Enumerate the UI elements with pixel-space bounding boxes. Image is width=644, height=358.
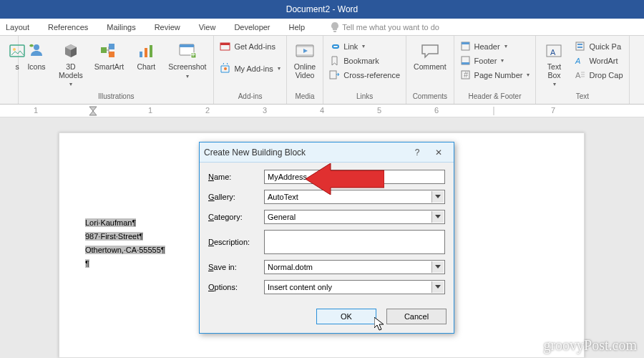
svg-text:1: 1 — [148, 106, 152, 115]
svg-rect-17 — [296, 45, 313, 47]
group-illustrations: Illustrations — [23, 91, 209, 101]
svg-text:A: A — [575, 57, 580, 65]
group-addins: Add-ins — [218, 91, 281, 101]
tab-review[interactable]: Review — [155, 23, 180, 32]
svg-text:6: 6 — [434, 106, 439, 115]
svg-point-15 — [224, 67, 227, 70]
svg-text:A: A — [550, 48, 556, 57]
svg-rect-6 — [140, 52, 142, 57]
gallery-label: Gallery: — [208, 193, 264, 201]
svg-text:7: 7 — [551, 106, 555, 115]
svg-text:4: 4 — [320, 106, 324, 115]
ribbon: s Icons 3D Models▾ SmartArt Chart +Scree… — [0, 36, 644, 105]
drop-cap-button[interactable]: ADrop Cap — [573, 69, 624, 81]
savein-label: Save in: — [208, 263, 264, 271]
icons-button[interactable]: Icons — [23, 39, 50, 73]
chart-button[interactable]: Chart — [132, 39, 160, 73]
dialog-title: Create New Building Block — [204, 147, 406, 158]
title-bar: Document2 - Word — [0, 0, 644, 19]
group-header-footer: Header & Footer — [459, 91, 532, 101]
screenshot-button[interactable]: +Screenshot▾ — [165, 39, 209, 81]
dialog-titlebar[interactable]: Create New Building Block ? ✕ — [200, 142, 454, 163]
svg-rect-3 — [101, 47, 107, 53]
get-addins-button[interactable]: Get Add-ins — [218, 40, 281, 52]
svg-rect-7 — [145, 48, 147, 57]
svg-rect-21 — [462, 42, 469, 44]
tab-references[interactable]: References — [48, 23, 88, 32]
tell-me[interactable]: Tell me what you want to do — [331, 22, 458, 32]
svg-rect-28 — [576, 42, 584, 50]
my-addins-button[interactable]: My Add-ins▾ — [218, 62, 281, 74]
cross-reference-button[interactable]: Cross-reference — [328, 69, 401, 81]
svg-rect-19 — [330, 71, 336, 79]
description-label: Description: — [208, 238, 264, 246]
page-number-button[interactable]: #Page Number▾ — [459, 69, 532, 81]
svg-rect-10 — [180, 44, 194, 47]
ruler: 112 345 67 — [0, 105, 644, 117]
tab-layout[interactable]: Layout — [6, 23, 29, 32]
comment-button[interactable]: Comment — [411, 39, 449, 73]
text-box-button[interactable]: AText Box▾ — [540, 39, 567, 89]
menu-bar: Layout References Mailings Review View D… — [0, 19, 644, 36]
svg-text:3: 3 — [263, 106, 267, 115]
quick-parts-button[interactable]: Quick Pa — [573, 40, 624, 52]
name-label: Name: — [208, 173, 264, 181]
ok-button[interactable]: OK — [316, 309, 376, 324]
svg-rect-29 — [577, 44, 582, 45]
wordart-button[interactable]: AWordArt — [573, 54, 624, 67]
3d-models-button[interactable]: 3D Models▾ — [56, 39, 86, 89]
svg-rect-4 — [109, 44, 114, 49]
description-input[interactable] — [264, 230, 445, 254]
svg-point-2 — [34, 44, 39, 50]
watermark: groovyPost.com — [543, 337, 637, 354]
group-text: Text — [540, 91, 624, 101]
svg-text:A: A — [575, 71, 581, 79]
online-video-button[interactable]: Online Video — [291, 39, 318, 81]
tab-mailings[interactable]: Mailings — [107, 23, 135, 32]
options-label: Options: — [208, 283, 264, 291]
close-button[interactable]: ✕ — [428, 147, 449, 158]
cancel-button[interactable]: Cancel — [386, 309, 447, 324]
cursor-icon — [374, 317, 386, 332]
svg-text:1: 1 — [34, 106, 38, 115]
savein-select[interactable]: Normal.dotm — [264, 260, 445, 274]
group-comments: Comments — [411, 91, 449, 101]
svg-text:5: 5 — [377, 106, 381, 115]
category-label: Category: — [208, 213, 264, 221]
help-button[interactable]: ? — [406, 147, 428, 158]
options-select[interactable]: Insert content only — [264, 280, 445, 294]
svg-rect-23 — [462, 62, 469, 64]
category-select[interactable]: General — [264, 210, 445, 224]
bulb-icon — [331, 22, 339, 32]
svg-text:#: # — [464, 70, 469, 79]
tab-help[interactable]: Help — [289, 23, 306, 32]
svg-point-1 — [13, 48, 16, 51]
selected-text[interactable]: Lori·Kaufman¶ 987·First·Street¶ Othertow… — [85, 216, 165, 270]
link-button[interactable]: Link▾ — [328, 40, 401, 52]
svg-rect-18 — [296, 54, 313, 57]
tab-view[interactable]: View — [199, 23, 216, 32]
annotation-arrow — [306, 163, 384, 195]
footer-button[interactable]: Footer▾ — [459, 54, 532, 67]
group-media: Media — [291, 91, 318, 101]
smartart-button[interactable]: SmartArt — [92, 39, 127, 73]
tab-developer[interactable]: Developer — [234, 23, 270, 32]
bookmark-button[interactable]: Bookmark — [328, 54, 401, 67]
svg-rect-14 — [220, 43, 230, 45]
svg-rect-30 — [577, 47, 582, 48]
svg-text:+: + — [191, 50, 195, 59]
header-button[interactable]: Header▾ — [459, 40, 532, 52]
group-links: Links — [328, 91, 401, 101]
svg-text:2: 2 — [205, 106, 210, 115]
svg-rect-8 — [150, 45, 152, 57]
svg-rect-5 — [109, 52, 114, 57]
